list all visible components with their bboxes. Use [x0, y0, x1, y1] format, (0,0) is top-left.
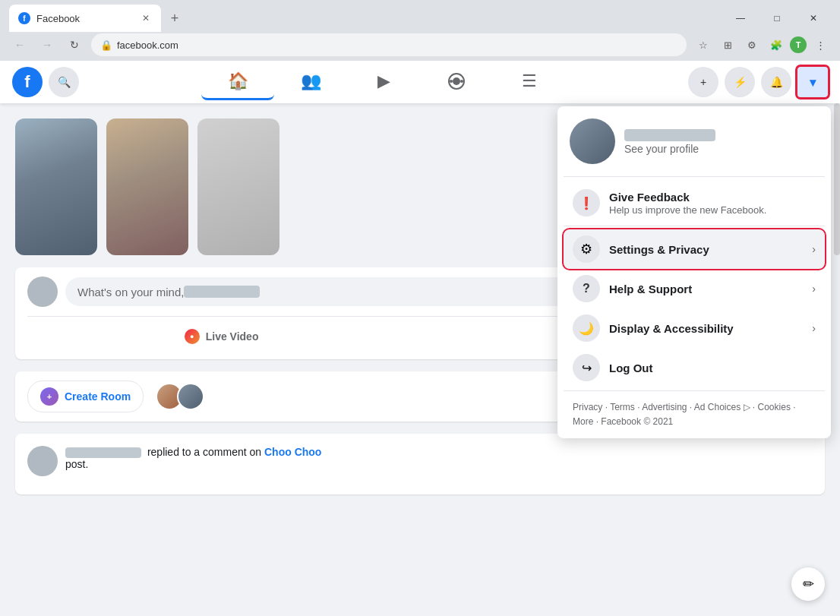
dropdown-username: [624, 128, 715, 141]
settings-icon[interactable]: ⚙: [741, 34, 763, 55]
post-highlight: Choo Choo: [264, 446, 321, 458]
nav-home[interactable]: 🏠: [201, 64, 274, 100]
puzzle-icon[interactable]: 🧩: [766, 34, 787, 55]
facebook-header: f 🔍 🏠 👥 ▶ ☰ + ⚡ 🔔 ▾: [0, 61, 840, 103]
story-card-3[interactable]: [197, 118, 279, 255]
facebook-logo: f: [12, 67, 43, 97]
back-button[interactable]: ←: [9, 34, 30, 55]
reload-button[interactable]: ↻: [64, 34, 85, 55]
tab-close-button[interactable]: ✕: [140, 12, 152, 24]
facebook-page: f 🔍 🏠 👥 ▶ ☰ + ⚡ 🔔 ▾: [0, 61, 840, 616]
logout-icon: ↪: [573, 354, 600, 381]
browser-titlebar: f Facebook ✕ + — □ ✕: [0, 0, 840, 30]
account-dropdown-menu: See your profile ❗ Give Feedback Help us…: [557, 106, 831, 438]
svg-point-3: [460, 80, 463, 83]
dropdown-item-settings[interactable]: ⚙ Settings & Privacy ›: [564, 229, 825, 269]
add-button[interactable]: +: [688, 67, 718, 97]
display-arrow-icon: ›: [812, 322, 816, 334]
nav-watch[interactable]: ▶: [347, 64, 420, 100]
post-activity: replied to a comment on Choo Choo: [65, 446, 321, 458]
maximize-button[interactable]: □: [759, 6, 794, 30]
display-text: Display & Accessibility: [609, 322, 803, 335]
logout-title: Log Out: [609, 362, 816, 374]
chrome-menu-button[interactable]: ⋮: [810, 34, 831, 55]
create-room-label: Create Room: [65, 390, 131, 403]
tab-favicon: f: [18, 12, 30, 24]
post-header: replied to a comment on Choo Choo post.: [27, 446, 813, 476]
facebook-actions: + ⚡ 🔔 ▾: [688, 67, 828, 97]
dropdown-profile-info: See your profile: [624, 128, 715, 155]
post-text1: replied to a comment on: [147, 446, 261, 458]
facebook-search-button[interactable]: 🔍: [49, 67, 79, 97]
room-icon: +: [40, 387, 58, 406]
post-card: replied to a comment on Choo Choo post.: [15, 434, 825, 494]
extensions-grid-button[interactable]: ⊞: [717, 34, 738, 55]
friend-avatar-2: [177, 383, 204, 410]
browser-toolbar-icons: ☆ ⊞ ⚙ 🧩 T ⋮: [693, 34, 831, 55]
dropdown-item-feedback[interactable]: ❗ Give Feedback Help us improve the new …: [564, 183, 825, 223]
nav-menu[interactable]: ☰: [493, 64, 566, 100]
settings-icon: ⚙: [573, 235, 600, 263]
new-tab-button[interactable]: +: [164, 8, 185, 29]
help-arrow-icon: ›: [812, 283, 816, 295]
post-box-avatar: [27, 276, 58, 307]
post-subtext: post.: [65, 458, 321, 470]
post-input-text: What's on your mind,: [77, 286, 184, 299]
bookmark-button[interactable]: ☆: [693, 34, 714, 55]
tab-title: Facebook: [36, 13, 134, 24]
feedback-icon: ❗: [573, 189, 600, 216]
create-room-button[interactable]: + Create Room: [27, 381, 144, 412]
dropdown-divider-1: [564, 226, 825, 226]
svg-point-1: [453, 77, 460, 85]
post-username-blur: [184, 286, 260, 298]
notifications-button[interactable]: 🔔: [761, 67, 791, 97]
friend-avatars: [156, 383, 204, 410]
nav-friends[interactable]: 👥: [274, 64, 347, 100]
live-video-button[interactable]: ● Live Video: [175, 323, 268, 350]
address-text: facebook.com: [117, 39, 178, 51]
feedback-text: Give Feedback Help us improve the new Fa…: [609, 191, 816, 216]
post-meta: replied to a comment on Choo Choo post.: [65, 446, 321, 476]
dropdown-item-display[interactable]: 🌙 Display & Accessibility ›: [564, 308, 825, 348]
dropdown-item-help[interactable]: ? Help & Support ›: [564, 269, 825, 308]
browser-chrome: f Facebook ✕ + — □ ✕ ← → ↻ 🔒 facebook.co…: [0, 0, 840, 61]
browser-tab[interactable]: f Facebook ✕: [9, 5, 161, 32]
browser-avatar: T: [790, 36, 807, 53]
nav-groups[interactable]: [420, 64, 493, 100]
dropdown-footer: Privacy · Terms · Advertising · Ad Choic…: [564, 394, 825, 432]
help-title: Help & Support: [609, 283, 803, 295]
messenger-button[interactable]: ⚡: [725, 67, 755, 97]
logout-text: Log Out: [609, 362, 816, 374]
facebook-nav: 🏠 👥 ▶ ☰: [79, 64, 688, 100]
forward-button[interactable]: →: [36, 34, 58, 55]
address-input[interactable]: 🔒 facebook.com: [91, 33, 687, 56]
display-icon: 🌙: [573, 314, 600, 342]
feedback-title: Give Feedback: [609, 191, 816, 204]
see-profile-link[interactable]: See your profile: [624, 143, 715, 155]
dropdown-profile[interactable]: See your profile: [564, 112, 825, 177]
settings-title: Settings & Privacy: [609, 243, 803, 256]
settings-arrow-icon: ›: [812, 243, 816, 255]
post-author-blur: [65, 447, 141, 458]
help-icon: ?: [573, 275, 600, 302]
account-menu-button[interactable]: ▾: [797, 67, 828, 97]
dropdown-item-logout[interactable]: ↪ Log Out: [564, 348, 825, 387]
minimize-button[interactable]: —: [723, 6, 758, 30]
dropdown-footer-text: Privacy · Terms · Advertising · Ad Choic…: [573, 400, 816, 429]
address-bar: ← → ↻ 🔒 facebook.com ☆ ⊞ ⚙ 🧩 T ⋮: [0, 30, 840, 61]
settings-text: Settings & Privacy: [609, 243, 803, 256]
tab-bar: f Facebook ✕ +: [9, 5, 185, 32]
compose-post-fab[interactable]: ✏: [791, 567, 825, 601]
window-controls: — □ ✕: [723, 6, 831, 30]
live-video-icon: ●: [185, 329, 200, 344]
story-card-1[interactable]: [15, 118, 97, 255]
display-title: Display & Accessibility: [609, 322, 803, 335]
story-card-2[interactable]: [106, 118, 188, 255]
scrollbar-thumb[interactable]: [834, 103, 840, 255]
close-window-button[interactable]: ✕: [796, 6, 831, 30]
feedback-subtitle: Help us improve the new Facebook.: [609, 204, 816, 216]
username-blur: [624, 129, 715, 141]
svg-point-2: [450, 80, 453, 83]
post-avatar: [27, 446, 58, 476]
help-text: Help & Support: [609, 283, 803, 295]
